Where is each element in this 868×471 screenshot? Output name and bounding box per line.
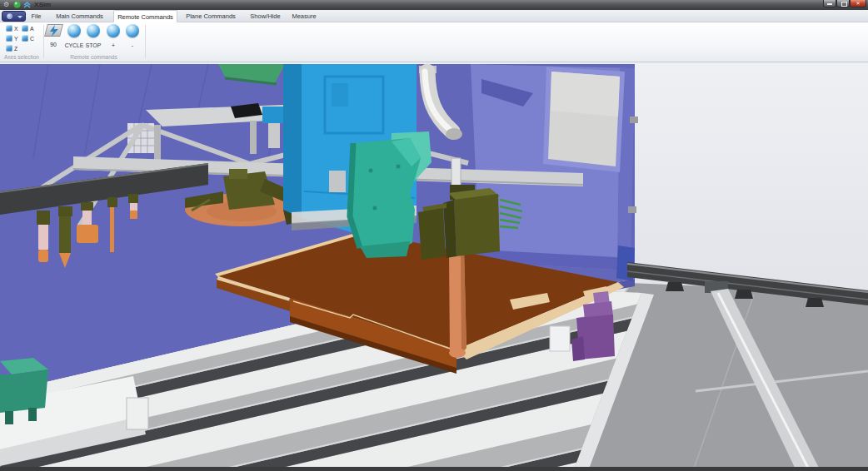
app-orb-icon	[7, 13, 12, 19]
group-label-remote-commands: Remote commands	[46, 54, 142, 60]
tab-remote-commands[interactable]: Remote Commands	[113, 10, 177, 22]
title-bar: ⚙ XSim ✕	[0, 0, 868, 10]
caret-down-icon	[17, 16, 22, 18]
group-label-axes-selection: Axes selection	[2, 54, 42, 60]
simulation-viewport[interactable]	[0, 62, 868, 471]
application-menu-button[interactable]	[2, 11, 26, 22]
axis-cube-icon	[6, 35, 12, 42]
window-bottom-edge	[0, 467, 868, 471]
enclosure-window	[543, 67, 625, 172]
minimize-icon[interactable]	[823, 0, 836, 7]
tab-plane-commands[interactable]: Plane Commands	[178, 10, 243, 22]
axis-cube-icon	[6, 45, 12, 52]
axis-cube-icon	[22, 35, 28, 42]
maximize-icon[interactable]	[836, 0, 850, 7]
button-cycle[interactable]: CYCLE	[64, 24, 84, 48]
tool-1	[37, 211, 50, 262]
salmon-post	[449, 250, 466, 358]
lightning-icon	[47, 25, 59, 37]
axis-checkbox-x[interactable]: X	[6, 25, 18, 32]
blue-sphere-icon	[107, 24, 120, 37]
tools-icon[interactable]: ⚙	[2, 1, 10, 8]
button-90[interactable]: 90	[43, 24, 63, 47]
blue-sphere-icon	[87, 24, 100, 37]
axis-checkbox-a[interactable]: A	[22, 25, 34, 32]
axis-cube-icon	[6, 25, 12, 32]
close-icon[interactable]: ✕	[850, 0, 866, 7]
window-title: XSim	[34, 1, 51, 8]
tab-main-commands[interactable]: Main Commands	[47, 10, 112, 22]
button-stop[interactable]: STOP	[83, 24, 103, 48]
run-status-sphere-icon[interactable]	[13, 1, 21, 8]
expand-up-icon[interactable]	[23, 1, 31, 8]
xsim-window: { "window": { "title": "XSim", "quick_ac…	[0, 0, 868, 471]
axis-cube-icon	[22, 25, 28, 32]
blue-sphere-icon	[126, 24, 139, 37]
axis-checkbox-z[interactable]: Z	[6, 45, 17, 52]
blue-sphere-icon	[67, 24, 81, 37]
lightning-tile-icon	[44, 24, 63, 37]
tab-show-hide[interactable]: Show/Hide	[243, 10, 287, 22]
bed-stop-block	[127, 398, 148, 429]
ribbon-tab-row: File Main Commands Remote Commands Plane…	[0, 10, 868, 22]
ribbon-body: X Y Z A C Axes selection 90 CYCLE STOP +…	[0, 22, 868, 62]
button-minus[interactable]: -	[122, 24, 142, 48]
axis-checkbox-y[interactable]: Y	[6, 35, 18, 42]
button-plus[interactable]: +	[103, 24, 123, 48]
axis-checkbox-c[interactable]: C	[22, 35, 34, 42]
tab-measure[interactable]: Measure	[287, 10, 321, 22]
tab-file[interactable]: File	[25, 10, 47, 22]
group-divider	[145, 25, 146, 58]
